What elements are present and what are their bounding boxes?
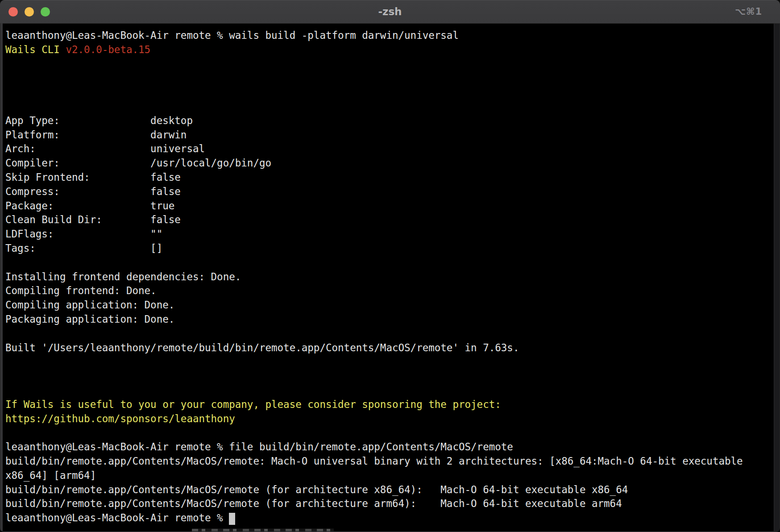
terminal-line: https://github.com/sponsors/leaanthony (5, 412, 774, 426)
scrollbar[interactable] (774, 24, 780, 531)
terminal-line (5, 426, 774, 440)
terminal-line: Compress: false (5, 185, 774, 199)
terminal-text-segment: leaanthony@Leas-MacBook-Air remote % wai… (5, 29, 459, 41)
terminal-text-segment: leaanthony@Leas-MacBook-Air remote % (5, 512, 229, 524)
terminal-line: Package: true (5, 199, 774, 213)
terminal-cursor (229, 513, 235, 525)
terminal-text-segment: https://github.com/sponsors/leaanthony (5, 413, 235, 424)
terminal-text-segment: Compress: false (5, 186, 181, 197)
terminal-line: Tags: [] (5, 241, 774, 256)
terminal-line: x86_64] [arm64] (5, 469, 774, 483)
terminal-line: Packaging application: Done. (5, 312, 774, 327)
terminal-line: leaanthony@Leas-MacBook-Air remote % wai… (5, 29, 774, 43)
terminal-line (5, 100, 774, 114)
terminal-line: Platform: darwin (5, 128, 774, 142)
terminal-line (5, 256, 774, 270)
terminal-text-segment: Compiling frontend: Done. (5, 285, 157, 296)
terminal-text-segment: App Type: desktop (5, 115, 193, 126)
terminal-text-segment: Package: true (5, 200, 174, 212)
terminal-line: Built '/Users/leaanthony/remote/build/bi… (5, 341, 774, 355)
terminal-text-segment: Tags: [] (5, 242, 162, 254)
terminal-text-segment: Compiler: /usr/local/go/bin/go (5, 157, 271, 169)
terminal-text-segment: Built '/Users/leaanthony/remote/build/bi… (5, 342, 519, 353)
terminal-text-segment: build/bin/remote.app/Contents/MacOS/remo… (5, 455, 743, 467)
tab-shortcut-badge: ⌥⌘1 (735, 0, 762, 23)
terminal-line (5, 57, 774, 71)
terminal-line: Installing frontend dependencies: Done. (5, 270, 774, 284)
terminal-line: Arch: universal (5, 142, 774, 156)
terminal-line: LDFlags: "" (5, 227, 774, 241)
window-title: -zsh (0, 0, 780, 23)
terminal-text-segment: v2.0.0-beta.15 (66, 44, 150, 55)
terminal-text-segment: Wails CLI (5, 44, 66, 55)
terminal-line (5, 383, 774, 398)
terminal-line: leaanthony@Leas-MacBook-Air remote % fil… (5, 440, 774, 454)
terminal-line: If Wails is useful to you or your compan… (5, 398, 774, 412)
terminal-text-segment: Packaging application: Done. (5, 313, 174, 325)
terminal-line: Compiling application: Done. (5, 298, 774, 312)
terminal-text-segment: If Wails is useful to you or your compan… (5, 399, 501, 410)
terminal-line (5, 71, 774, 85)
window-left-edge (0, 23, 3, 531)
terminal-text-segment: Compiling application: Done. (5, 299, 174, 311)
terminal-line (5, 85, 774, 100)
terminal-line: build/bin/remote.app/Contents/MacOS/remo… (5, 497, 774, 511)
terminal-text-segment: build/bin/remote.app/Contents/MacOS/remo… (5, 498, 622, 509)
terminal-text-segment: build/bin/remote.app/Contents/MacOS/remo… (5, 484, 628, 495)
terminal-line: Skip Frontend: false (5, 170, 774, 185)
terminal-text-segment: LDFlags: "" (5, 228, 162, 240)
terminal-line: build/bin/remote.app/Contents/MacOS/remo… (5, 483, 774, 497)
terminal-line (5, 369, 774, 383)
terminal-text-segment: leaanthony@Leas-MacBook-Air remote % fil… (5, 441, 513, 453)
terminal-line: Compiler: /usr/local/go/bin/go (5, 156, 774, 170)
terminal-line: Wails CLI v2.0.0-beta.15 (5, 43, 774, 57)
terminal-line: Clean Build Dir: false (5, 213, 774, 227)
terminal-line: Compiling frontend: Done. (5, 284, 774, 298)
terminal-line: build/bin/remote.app/Contents/MacOS/remo… (5, 454, 774, 469)
terminal-text-segment: Installing frontend dependencies: Done. (5, 271, 241, 283)
titlebar[interactable]: -zsh ⌥⌘1 (0, 0, 780, 24)
terminal-line: App Type: desktop (5, 114, 774, 128)
terminal-window: -zsh ⌥⌘1 leaanthony@Leas-MacBook-Air rem… (0, 0, 780, 532)
terminal-line: leaanthony@Leas-MacBook-Air remote % (5, 511, 774, 525)
terminal-output[interactable]: leaanthony@Leas-MacBook-Air remote % wai… (3, 23, 774, 532)
terminal-line (5, 355, 774, 369)
terminal-text-segment: Clean Build Dir: false (5, 214, 181, 225)
terminal-text-segment: x86_64] [arm64] (5, 470, 96, 481)
terminal-text-segment: Skip Frontend: false (5, 171, 181, 183)
terminal-text-segment: Platform: darwin (5, 129, 187, 141)
terminal-line (5, 327, 774, 341)
terminal-text-segment: Arch: universal (5, 143, 205, 154)
